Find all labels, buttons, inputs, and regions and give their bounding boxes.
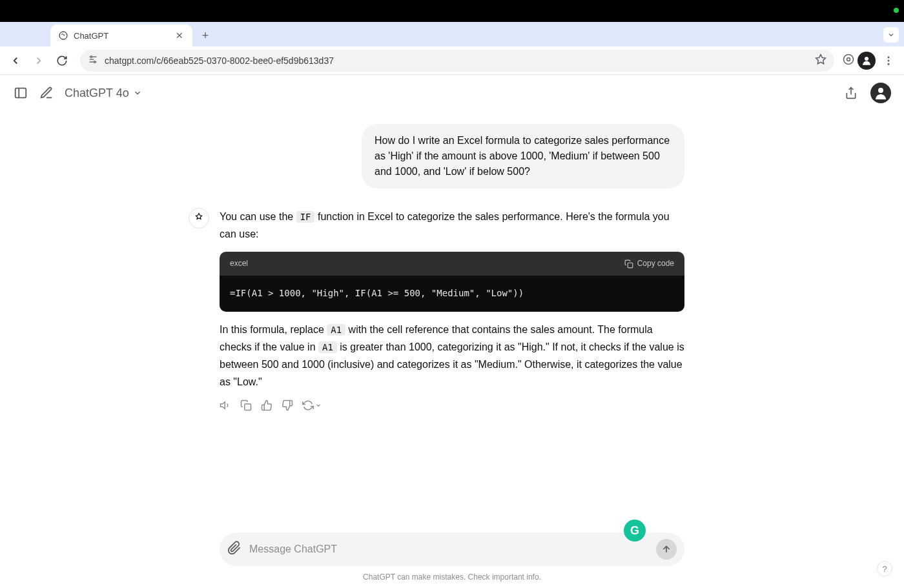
code-header: excel Copy code [220,252,684,275]
svg-point-12 [888,63,890,65]
browser-tab[interactable]: ChatGPT ✕ [50,25,192,46]
code-block: excel Copy code =IF(A1 > 1000, "High", I… [220,252,684,311]
code-content[interactable]: =IF(A1 > 1000, "High", IF(A1 >= 500, "Me… [220,276,684,312]
copy-message-icon[interactable] [240,400,252,411]
forward-button[interactable] [28,50,49,71]
browser-profile-button[interactable] [858,52,876,70]
assistant-message: You can use the IF function in Excel to … [220,208,684,411]
browser-menu-button[interactable] [878,50,899,71]
browser-chrome: ChatGPT ✕ + chatgpt.com/c/66eab525-0370-… [0,22,904,75]
svg-marker-18 [221,402,225,409]
chevron-down-icon [133,88,142,97]
svg-point-8 [847,57,850,61]
user-message: How do I write an Excel formula to categ… [220,124,684,188]
svg-rect-17 [628,263,633,268]
chatgpt-favicon-icon [58,30,68,41]
inline-code: A1 [318,341,337,353]
svg-point-9 [865,57,868,61]
close-tab-icon[interactable]: ✕ [174,30,185,41]
svg-point-0 [59,32,67,39]
tabs-dropdown-icon[interactable] [883,27,899,43]
message-actions [220,400,684,411]
inline-code: A1 [327,324,345,336]
svg-rect-13 [15,88,26,98]
assistant-content: You can use the IF function in Excel to … [220,208,684,411]
regenerate-icon[interactable] [302,400,322,411]
tab-strip: ChatGPT ✕ + [0,22,904,46]
inline-code: IF [296,211,315,223]
os-title-bar [0,0,904,22]
site-settings-icon[interactable] [88,54,98,67]
new-chat-icon[interactable] [39,85,54,101]
model-selector[interactable]: ChatGPT 4o [65,86,142,100]
svg-point-11 [888,59,890,61]
svg-point-16 [878,88,883,93]
svg-point-5 [94,61,96,63]
app-header: ChatGPT 4o [0,75,904,111]
back-button[interactable] [5,50,26,71]
svg-point-10 [888,56,890,58]
thumbs-down-icon[interactable] [282,400,293,411]
thumbs-up-icon[interactable] [261,400,272,411]
window-status-dot [894,8,899,13]
url-text: chatgpt.com/c/66eab525-0370-8002-bee0-ef… [105,56,808,66]
svg-marker-6 [816,54,826,63]
sidebar-toggle-icon[interactable] [13,85,28,101]
address-bar[interactable]: chatgpt.com/c/66eab525-0370-8002-bee0-ef… [80,50,834,72]
user-bubble: How do I write an Excel formula to categ… [362,124,684,188]
user-avatar[interactable] [870,83,891,103]
assistant-avatar-icon [189,208,209,228]
code-language: excel [230,257,248,270]
read-aloud-icon[interactable] [220,400,231,411]
reload-button[interactable] [52,50,72,71]
bookmark-icon[interactable] [815,54,827,68]
browser-toolbar: chatgpt.com/c/66eab525-0370-8002-bee0-ef… [0,46,904,75]
copy-code-button[interactable]: Copy code [624,257,674,270]
copy-icon [624,259,633,269]
tab-title: ChatGPT [74,31,169,41]
svg-rect-19 [245,404,251,411]
model-name: ChatGPT 4o [65,86,129,100]
svg-point-4 [90,56,92,57]
svg-point-7 [844,54,854,64]
new-tab-button[interactable]: + [196,26,214,45]
chat-area: How do I write an Excel formula to categ… [220,111,684,489]
extension-icon[interactable] [842,53,855,68]
share-icon[interactable] [843,85,859,101]
